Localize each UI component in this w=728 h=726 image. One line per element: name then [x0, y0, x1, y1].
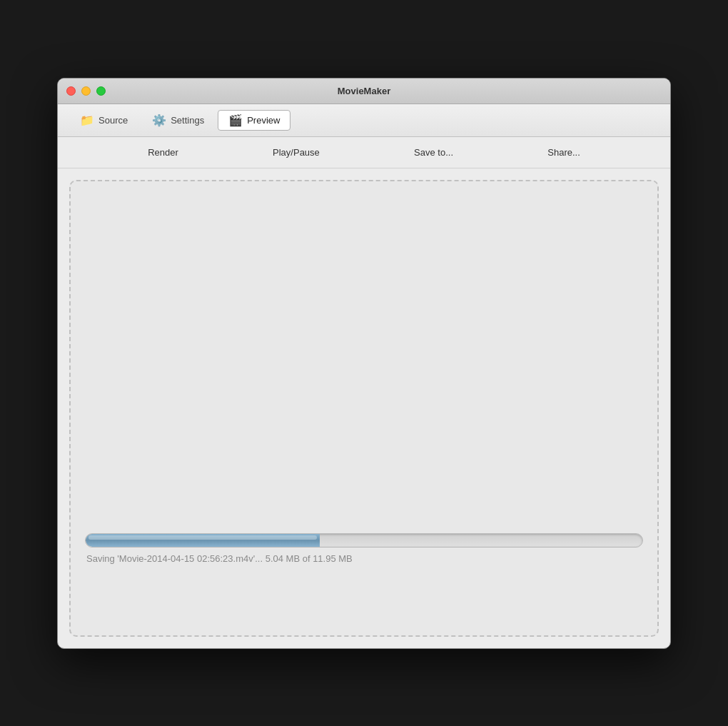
render-button[interactable]: Render [142, 144, 184, 161]
tab-preview[interactable]: 🎬 Preview [218, 110, 290, 131]
tab-source[interactable]: 📁 Source [69, 110, 138, 131]
maximize-button[interactable] [96, 86, 106, 96]
preview-icon: 🎬 [228, 114, 243, 127]
save-to-button[interactable]: Save to... [408, 144, 459, 161]
minimize-button[interactable] [81, 86, 91, 96]
tab-settings-label: Settings [171, 115, 204, 126]
window-title: MovieMaker [338, 86, 390, 96]
play-pause-button[interactable]: Play/Pause [267, 144, 325, 161]
window-controls [66, 86, 106, 96]
tab-bar: 📁 Source ⚙️ Settings 🎬 Preview [58, 104, 670, 137]
content-area: Saving 'Movie-2014-04-15 02:56:23.m4v'..… [58, 180, 670, 637]
tab-settings[interactable]: ⚙️ Settings [141, 110, 215, 131]
app-window: MovieMaker 📁 Source ⚙️ Settings 🎬 Previe… [57, 78, 671, 649]
progress-status: Saving 'Movie-2014-04-15 02:56:23.m4v'..… [85, 553, 643, 564]
source-icon: 📁 [80, 114, 94, 127]
share-button[interactable]: Share... [542, 144, 586, 161]
close-button[interactable] [66, 86, 76, 96]
action-toolbar: Render Play/Pause Save to... Share... [58, 137, 670, 168]
progress-section: Saving 'Movie-2014-04-15 02:56:23.m4v'..… [71, 533, 657, 564]
tab-source-label: Source [98, 115, 128, 126]
settings-icon: ⚙️ [152, 114, 166, 127]
progress-bar-container [85, 533, 643, 548]
progress-bar-fill [86, 534, 320, 547]
titlebar: MovieMaker [58, 79, 670, 104]
tab-preview-label: Preview [247, 115, 280, 126]
preview-panel: Saving 'Movie-2014-04-15 02:56:23.m4v'..… [69, 180, 659, 637]
